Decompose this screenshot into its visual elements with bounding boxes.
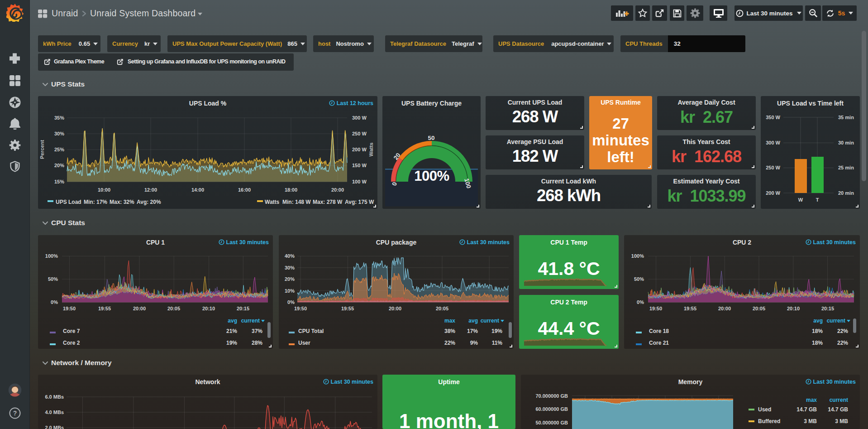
svg-text:30%: 30% (285, 265, 295, 270)
svg-text:20%: 20% (54, 163, 64, 168)
svg-text:current: current (241, 318, 260, 324)
svg-text:max: max (444, 318, 455, 324)
svg-text:Used: Used (758, 406, 771, 413)
svg-text:30%: 30% (54, 131, 64, 136)
svg-text:avg: avg (468, 318, 478, 324)
svg-text:35%: 35% (54, 115, 64, 121)
svg-text:3 MB: 3 MB (804, 418, 817, 424)
svg-text:20:05: 20:05 (753, 306, 765, 311)
svg-text:19:55: 19:55 (341, 306, 354, 311)
svg-text:50%: 50% (634, 276, 644, 282)
svg-text:Avg: 175 W: Avg: 175 W (345, 199, 374, 205)
svg-text:15%: 15% (54, 179, 64, 184)
svg-text:0%: 0% (287, 299, 295, 305)
svg-text:6.0 MBs: 6.0 MBs (45, 394, 64, 400)
svg-text:Max: 278 W: Max: 278 W (313, 199, 343, 205)
svg-text:current: current (830, 397, 848, 403)
svg-text:Core 21: Core 21 (649, 340, 669, 346)
svg-text:60.000000 GB: 60.000000 GB (535, 406, 568, 412)
svg-text:W: W (798, 197, 803, 202)
svg-text:Avg: 20%: Avg: 20% (137, 199, 161, 205)
svg-text:14:00: 14:00 (191, 187, 204, 193)
svg-text:19:50: 19:50 (294, 306, 307, 311)
svg-text:Min: 148 W: Min: 148 W (282, 199, 311, 205)
svg-text:20:15: 20:15 (821, 306, 834, 311)
svg-text:2.0 MBs: 2.0 MBs (45, 425, 64, 429)
svg-text:max: max (806, 397, 817, 403)
svg-text:20 min: 20 min (838, 190, 854, 196)
svg-text:100%: 100% (45, 253, 58, 259)
svg-text:20:15: 20:15 (237, 306, 249, 311)
svg-text:20:05: 20:05 (167, 306, 180, 311)
svg-text:25%: 25% (54, 147, 64, 152)
svg-text:Buffered: Buffered (758, 418, 780, 424)
svg-text:10:00: 10:00 (98, 187, 110, 193)
svg-text:current: current (481, 318, 499, 324)
svg-text:20:00: 20:00 (331, 187, 344, 193)
svg-text:18%: 18% (812, 340, 823, 346)
svg-text:40%: 40% (285, 253, 295, 259)
svg-text:22%: 22% (837, 328, 848, 334)
svg-text:Max: 32%: Max: 32% (110, 199, 134, 205)
svg-text:User: User (298, 340, 310, 346)
svg-text:10%: 10% (285, 288, 295, 294)
svg-text:35 min: 35 min (838, 115, 854, 120)
svg-text:25 min: 25 min (838, 165, 854, 170)
svg-text:14.7 GB: 14.7 GB (796, 406, 817, 413)
svg-text:0%: 0% (51, 299, 58, 305)
svg-text:0%: 0% (637, 299, 644, 305)
svg-text:3 MB: 3 MB (835, 418, 848, 424)
svg-text:22%: 22% (444, 340, 455, 346)
svg-text:11%: 11% (492, 340, 503, 346)
svg-text:20:00: 20:00 (133, 306, 146, 311)
svg-text:20:00: 20:00 (718, 306, 731, 311)
svg-text:21%: 21% (226, 328, 237, 334)
svg-text:avg: avg (228, 318, 237, 324)
svg-text:17%: 17% (467, 328, 478, 334)
svg-text:18%: 18% (812, 328, 823, 334)
svg-text:250 W: 250 W (766, 165, 780, 170)
svg-text:current: current (827, 318, 845, 324)
svg-text:Core 2: Core 2 (63, 340, 80, 346)
svg-text:200 W: 200 W (766, 190, 780, 196)
svg-text:UPS Load: UPS Load (56, 199, 81, 205)
svg-text:Watts: Watts (368, 143, 374, 157)
svg-text:T: T (816, 197, 819, 202)
svg-text:19:50: 19:50 (649, 306, 662, 311)
svg-text:50%: 50% (48, 276, 58, 282)
svg-text:18:00: 18:00 (285, 187, 297, 193)
svg-text:350 W: 350 W (766, 115, 780, 120)
svg-text:20:00: 20:00 (389, 306, 401, 311)
svg-text:Core 18: Core 18 (649, 328, 669, 334)
svg-text:38%: 38% (444, 328, 455, 334)
svg-text:19:55: 19:55 (98, 306, 111, 311)
svg-text:300 W: 300 W (766, 140, 780, 145)
svg-text:22%: 22% (837, 340, 848, 346)
svg-text:28%: 28% (252, 340, 262, 346)
svg-text:200 W: 200 W (352, 147, 367, 152)
svg-text:100%: 100% (631, 253, 644, 259)
svg-text:9%: 9% (470, 340, 478, 346)
svg-text:20:05: 20:05 (436, 306, 448, 311)
svg-text:?: ? (13, 410, 17, 417)
svg-text:19%: 19% (226, 340, 237, 346)
svg-text:150 W: 150 W (352, 163, 367, 168)
svg-text:Min: 17%: Min: 17% (84, 199, 107, 205)
svg-text:19%: 19% (491, 328, 502, 334)
svg-text:20:10: 20:10 (787, 306, 800, 311)
svg-text:avg: avg (813, 318, 823, 324)
svg-text:16:00: 16:00 (238, 187, 251, 193)
svg-text:100%: 100% (414, 168, 449, 184)
svg-text:50: 50 (428, 135, 434, 141)
svg-text:19:50: 19:50 (63, 306, 76, 311)
svg-text:20%: 20% (285, 276, 295, 282)
svg-text:30 min: 30 min (838, 140, 854, 145)
svg-text:12:00: 12:00 (144, 187, 157, 193)
svg-text:250 W: 250 W (352, 131, 367, 136)
svg-text:70.000000 GB: 70.000000 GB (535, 393, 568, 399)
svg-text:37%: 37% (252, 328, 262, 334)
svg-text:50.000000 GB: 50.000000 GB (535, 420, 568, 425)
svg-text:Percent: Percent (39, 140, 45, 159)
svg-text:Core 7: Core 7 (63, 328, 80, 334)
svg-text:20:10: 20:10 (202, 306, 215, 311)
